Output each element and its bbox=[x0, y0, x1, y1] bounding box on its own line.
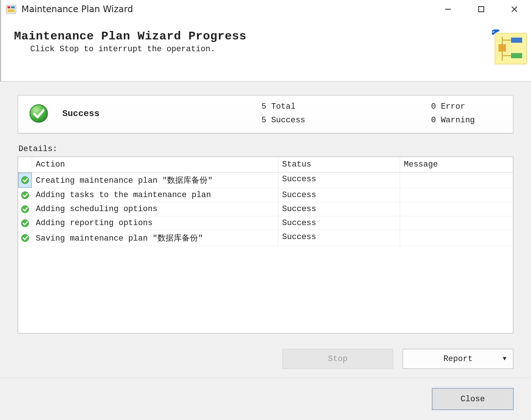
count-error: 0 Error bbox=[431, 102, 505, 111]
table-row[interactable]: Adding reporting options Success bbox=[18, 216, 513, 230]
svg-point-20 bbox=[21, 234, 29, 242]
page-title: Maintenance Plan Wizard Progress bbox=[14, 29, 247, 43]
content-area: Success 5 Total 5 Success 0 Error 0 Warn… bbox=[0, 81, 531, 378]
window-title: Maintenance Plan Wizard bbox=[21, 4, 133, 14]
wizard-header: Maintenance Plan Wizard Progress Click S… bbox=[0, 18, 531, 81]
cell-message bbox=[400, 172, 513, 188]
col-header-status[interactable]: Status bbox=[278, 157, 400, 172]
svg-point-18 bbox=[21, 206, 29, 213]
row-status-icon bbox=[18, 216, 32, 230]
cell-status: Success bbox=[278, 230, 400, 246]
col-header-action[interactable]: Action bbox=[32, 157, 278, 172]
close-button[interactable]: Close bbox=[432, 388, 513, 410]
cell-status: Success bbox=[278, 202, 400, 216]
table-row[interactable]: Saving maintenance plan "数据库备份" Success bbox=[18, 230, 513, 246]
col-header-message[interactable]: Message bbox=[400, 157, 513, 172]
cell-action: Adding scheduling options bbox=[32, 202, 278, 216]
row-status-icon bbox=[18, 230, 32, 246]
details-label: Details: bbox=[18, 144, 513, 154]
count-success: 5 Success bbox=[261, 116, 335, 125]
summary-counts: 5 Total 5 Success 0 Error 0 Warning bbox=[261, 102, 505, 125]
svg-rect-5 bbox=[479, 7, 484, 12]
window-controls bbox=[431, 0, 531, 18]
cell-message bbox=[400, 202, 513, 216]
report-button-label: Report bbox=[443, 354, 472, 364]
row-status-icon bbox=[18, 188, 32, 202]
svg-rect-3 bbox=[7, 9, 15, 12]
cell-status: Success bbox=[278, 216, 400, 230]
row-status-icon bbox=[18, 172, 32, 188]
action-buttons: Stop Report ▼ bbox=[18, 349, 513, 369]
wizard-app-icon bbox=[6, 4, 16, 14]
cell-message bbox=[400, 216, 513, 230]
count-total: 5 Total bbox=[261, 102, 335, 111]
report-button[interactable]: Report ▼ bbox=[403, 349, 513, 369]
footer-bar: Close bbox=[0, 378, 531, 420]
details-grid[interactable]: Action Status Message Creating maintenan… bbox=[18, 157, 513, 333]
svg-point-19 bbox=[21, 220, 29, 227]
dropdown-arrow-icon: ▼ bbox=[503, 356, 506, 362]
col-header-icon bbox=[18, 157, 32, 172]
svg-point-15 bbox=[30, 105, 48, 122]
cell-action: Adding tasks to the maintenance plan bbox=[32, 188, 278, 202]
svg-rect-1 bbox=[7, 6, 10, 8]
cell-message bbox=[400, 188, 513, 202]
page-subtitle: Click Stop to interrupt the operation. bbox=[30, 45, 247, 54]
cell-message bbox=[400, 230, 513, 246]
count-warning: 0 Warning bbox=[431, 116, 505, 125]
maximize-button[interactable] bbox=[465, 0, 498, 18]
wizard-header-text: Maintenance Plan Wizard Progress Click S… bbox=[14, 29, 247, 54]
close-window-button[interactable] bbox=[498, 0, 531, 18]
wizard-header-icon bbox=[492, 29, 529, 66]
table-row[interactable]: Adding tasks to the maintenance plan Suc… bbox=[18, 188, 513, 202]
table-row[interactable]: Adding scheduling options Success bbox=[18, 202, 513, 216]
grid-header: Action Status Message bbox=[18, 157, 513, 172]
svg-point-16 bbox=[21, 176, 29, 184]
stop-button: Stop bbox=[282, 349, 393, 369]
titlebar-left: Maintenance Plan Wizard bbox=[6, 4, 133, 14]
cell-action: Adding reporting options bbox=[32, 216, 278, 230]
titlebar: Maintenance Plan Wizard bbox=[0, 0, 531, 18]
cell-action: Creating maintenance plan "数据库备份" bbox=[32, 172, 278, 188]
svg-rect-9 bbox=[511, 38, 522, 43]
summary-status-label: Success bbox=[61, 109, 100, 119]
minimize-button[interactable] bbox=[431, 0, 465, 18]
cell-action: Saving maintenance plan "数据库备份" bbox=[32, 230, 278, 246]
svg-rect-10 bbox=[511, 53, 522, 58]
row-status-icon bbox=[18, 202, 32, 216]
success-check-icon bbox=[28, 103, 49, 124]
svg-point-17 bbox=[21, 192, 29, 199]
summary-panel: Success 5 Total 5 Success 0 Error 0 Warn… bbox=[18, 95, 513, 133]
svg-rect-2 bbox=[11, 6, 15, 8]
cell-status: Success bbox=[278, 188, 400, 202]
table-row[interactable]: Creating maintenance plan "数据库备份" Succes… bbox=[18, 172, 513, 188]
cell-status: Success bbox=[278, 172, 400, 188]
